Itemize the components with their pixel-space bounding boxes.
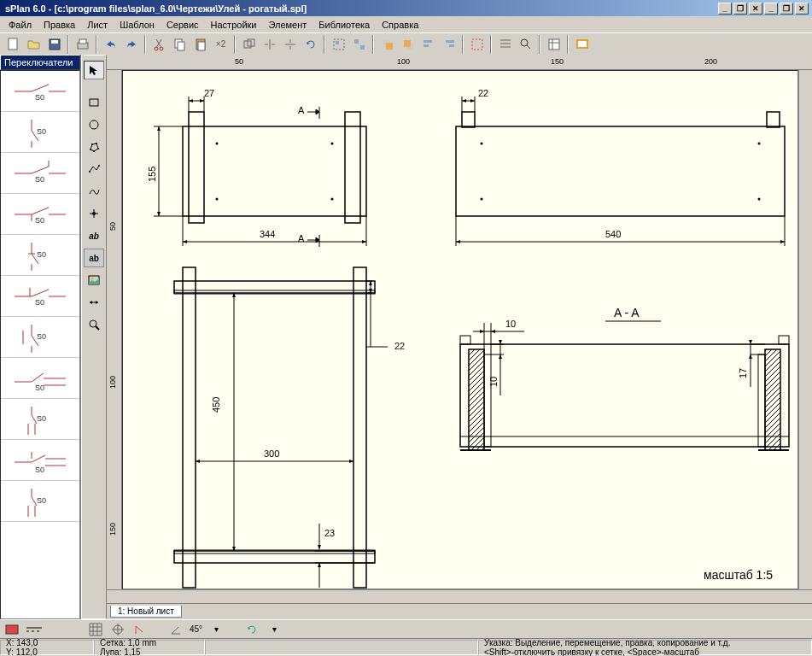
rect-tool[interactable] [84,93,104,112]
svg-rect-28 [577,40,587,48]
svg-rect-15 [354,39,359,44]
image-tool[interactable] [84,271,104,290]
symbol-item[interactable]: S0 [1,358,79,399]
menu-library[interactable]: Библиотека [313,18,375,32]
dimension-tool[interactable] [84,293,104,312]
svg-text:17: 17 [738,368,748,378]
x2-button[interactable]: ×2 [211,35,231,54]
minimize-button[interactable]: _ [764,3,778,15]
find-button[interactable] [516,35,535,54]
angle-value: 45° [190,624,202,634]
linestyle-button[interactable] [26,622,43,637]
pointer-tool[interactable] [84,61,104,79]
new-button[interactable] [3,35,23,54]
text-tool[interactable]: ab [84,226,104,245]
refresh-dropdown[interactable]: ▾ [266,622,283,637]
menu-element[interactable]: Элемент [263,18,312,32]
svg-rect-4 [79,39,86,44]
svg-rect-91 [345,112,360,223]
duplicate-button[interactable] [239,35,259,54]
color-button[interactable] [3,622,20,637]
mdi-close-button[interactable]: ✕ [749,3,762,15]
copy-button[interactable] [170,35,190,54]
node-tool[interactable] [84,204,104,223]
mdi-minimize-button[interactable]: _ [718,3,732,15]
scrollbar-horizontal[interactable] [107,589,812,603]
mirror-h-button[interactable] [260,35,279,54]
undo-button[interactable] [101,35,120,54]
mirror-v-button[interactable] [280,35,300,54]
symbol-item[interactable]: S0 [1,153,79,194]
list-button[interactable] [495,35,515,54]
svg-rect-157 [484,354,491,447]
grid-button[interactable] [87,622,104,637]
svg-rect-18 [386,43,393,50]
ungroup-button[interactable] [349,35,369,54]
svg-point-75 [91,144,93,145]
menu-edit[interactable]: Правка [38,18,80,32]
align-button[interactable] [418,35,438,54]
circle-tool[interactable] [84,115,104,134]
menu-settings[interactable]: Настройки [206,18,262,32]
angle-dropdown[interactable]: ▾ [207,622,225,637]
ortho-button[interactable] [131,622,149,637]
svg-point-83 [92,212,96,215]
close-button[interactable]: ✕ [795,3,809,15]
label-tool[interactable]: ab [84,249,104,267]
menu-file[interactable]: Файл [3,18,37,32]
sheet-tab[interactable]: 1: Новый лист [110,606,182,618]
front-button[interactable] [377,35,397,54]
symbol-item[interactable]: S0 [1,440,79,481]
align2-button[interactable] [439,35,459,54]
symbol-item[interactable]: S0 [1,276,79,317]
print-button[interactable] [73,35,92,54]
curve-tool[interactable] [84,182,104,201]
svg-rect-155 [460,336,470,344]
redo-button[interactable] [121,35,141,54]
svg-rect-158 [758,354,765,447]
svg-line-88 [96,326,99,330]
library-header[interactable]: Переключатели [0,55,80,70]
sheet-tabbar: 1: Новый лист [107,603,812,619]
menu-sheet[interactable]: Лист [82,18,113,32]
tool-palette: ab ab [81,55,107,619]
svg-point-92 [216,143,219,145]
snap-button[interactable] [467,35,487,54]
back-button[interactable] [398,35,418,54]
line-tool[interactable] [84,160,104,179]
symbol-item[interactable]: S0 [1,112,79,153]
ruler-vertical: 50 100 150 [107,70,122,589]
open-button[interactable] [24,35,44,54]
menu-template[interactable]: Шаблон [114,18,160,32]
svg-text:23: 23 [324,528,335,538]
drawing-canvas[interactable]: 27 155 344 A [122,70,798,589]
menu-service[interactable]: Сервис [161,18,204,32]
symbol-item[interactable]: S0 [1,481,79,522]
symbol-item[interactable]: S0 [1,317,79,358]
save-button[interactable] [44,35,64,54]
paste-button[interactable] [190,35,210,54]
scrollbar-vertical[interactable] [798,70,812,589]
menu-help[interactable]: Справка [377,18,424,32]
mdi-restore-button[interactable]: ❐ [733,3,747,15]
symbol-list[interactable]: S0 S0 S0 S0 S0 S0 S0 S0 S0 S0 S0 [0,70,80,619]
zoom-tool[interactable] [84,315,104,334]
svg-point-74 [90,149,91,150]
preview-button[interactable] [572,35,592,54]
props-button[interactable] [544,35,564,54]
rotate-button[interactable] [301,35,320,54]
status-coords: X: 143,0 Y: 112,0 [0,640,94,655]
symbol-item[interactable]: S0 [1,194,79,235]
status-hint: Указка: Выделение, перемещение, правка, … [478,640,812,655]
symbol-item[interactable]: S0 [1,235,79,276]
group-button[interactable] [329,35,348,54]
poly-tool[interactable] [84,138,104,156]
svg-text:300: 300 [264,448,279,459]
restore-button[interactable]: ❐ [780,3,793,15]
refresh-button[interactable] [243,622,260,637]
snap2-button[interactable] [109,622,126,637]
symbol-item[interactable]: S0 [1,71,79,112]
svg-text:540: 540 [605,229,621,239]
cut-button[interactable] [149,35,169,54]
symbol-item[interactable]: S0 [1,399,79,440]
